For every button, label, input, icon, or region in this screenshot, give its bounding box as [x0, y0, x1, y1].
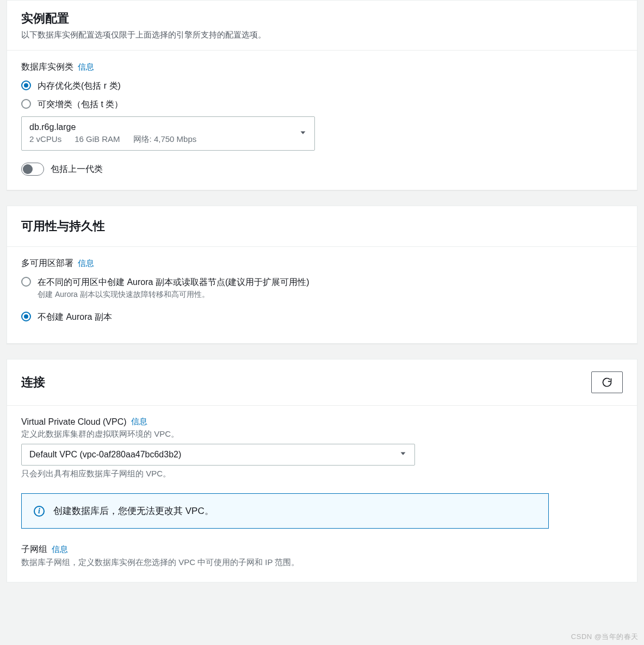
connection-title: 连接: [21, 374, 45, 390]
connection-panel: 连接 Virtual Private Cloud (VPC) 信息 定义此数据库…: [7, 359, 637, 582]
multi-az-info-link[interactable]: 信息: [78, 258, 94, 269]
instance-type-select[interactable]: db.r6g.large 2 vCPUs 16 GiB RAM 网络: 4,75…: [21, 116, 315, 151]
include-previous-gen-label: 包括上一代类: [51, 164, 103, 175]
caret-down-icon: [399, 450, 407, 460]
availability-header: 可用性与持久性: [7, 206, 637, 247]
instance-config-subtitle: 以下数据库实例配置选项仅限于上面选择的引擎所支持的配置选项。: [21, 30, 623, 40]
instance-config-body: 数据库实例类 信息 内存优化类(包括 r 类) 可突增类（包括 t 类） db.…: [7, 51, 637, 190]
radio-create-replica-label: 在不同的可用区中创建 Aurora 副本或读取器节点(建议用于扩展可用性): [38, 276, 309, 289]
vpc-label-text: Virtual Private Cloud (VPC): [21, 417, 127, 427]
multi-az-label: 多可用区部署 信息: [21, 258, 623, 269]
caret-down-icon: [299, 129, 307, 139]
vpc-desc: 定义此数据库集群的虚拟联网环境的 VPC。: [21, 429, 623, 439]
radio-icon: [21, 312, 31, 321]
instance-config-title: 实例配置: [21, 10, 623, 27]
radio-create-replica-desc: 创建 Aurora 副本以实现快速故障转移和高可用性。: [38, 290, 623, 300]
subnet-label: 子网组 信息: [21, 544, 623, 555]
subnet-info-link[interactable]: 信息: [52, 544, 68, 555]
connection-body: Virtual Private Cloud (VPC) 信息 定义此数据库集群的…: [7, 406, 637, 582]
radio-no-replica-label: 不创建 Aurora 副本: [38, 311, 112, 324]
availability-panel: 可用性与持久性 多可用区部署 信息 在不同的可用区中创建 Aurora 副本或读…: [7, 206, 637, 344]
refresh-icon: [602, 377, 612, 388]
radio-icon: [21, 99, 31, 109]
connection-header: 连接: [7, 359, 637, 406]
instance-type-specs: 2 vCPUs 16 GiB RAM 网络: 4,750 Mbps: [29, 134, 293, 145]
instance-config-header: 实例配置 以下数据库实例配置选项仅限于上面选择的引擎所支持的配置选项。: [7, 1, 637, 51]
radio-memory-optimized[interactable]: 内存优化类(包括 r 类): [21, 79, 623, 92]
db-instance-class-info-link[interactable]: 信息: [78, 62, 94, 72]
vpc-notice: i 创建数据库后，您便无法更改其 VPC。: [21, 493, 549, 529]
vpc-info-link[interactable]: 信息: [131, 417, 147, 427]
db-instance-class-text: 数据库实例类: [21, 61, 73, 73]
radio-burstable[interactable]: 可突增类（包括 t 类）: [21, 98, 623, 111]
multi-az-text: 多可用区部署: [21, 258, 73, 269]
db-instance-class-label: 数据库实例类 信息: [21, 61, 623, 73]
subnet-desc: 数据库子网组，定义数据库实例在您选择的 VPC 中可使用的子网和 IP 范围。: [21, 557, 623, 568]
toggle-knob-icon: [23, 164, 33, 174]
info-icon: i: [34, 506, 45, 517]
vpc-notice-text: 创建数据库后，您便无法更改其 VPC。: [53, 505, 214, 517]
radio-icon: [21, 277, 31, 287]
refresh-button[interactable]: [591, 371, 623, 393]
availability-title: 可用性与持久性: [21, 218, 623, 234]
availability-body: 多可用区部署 信息 在不同的可用区中创建 Aurora 副本或读取器节点(建议用…: [7, 247, 637, 343]
include-previous-gen-toggle[interactable]: [21, 163, 44, 176]
radio-memory-label: 内存优化类(包括 r 类): [38, 79, 121, 92]
vpc-hint: 只会列出具有相应数据库子网组的 VPC。: [21, 469, 623, 479]
radio-no-replica[interactable]: 不创建 Aurora 副本: [21, 311, 623, 324]
radio-icon: [21, 80, 31, 90]
instance-vcpu: 2 vCPUs: [29, 134, 61, 145]
vpc-select[interactable]: Default VPC (vpc-0af280aa47bc6d3b2): [21, 444, 415, 466]
radio-create-replica[interactable]: 在不同的可用区中创建 Aurora 副本或读取器节点(建议用于扩展可用性): [21, 276, 623, 289]
subnet-block: 子网组 信息 数据库子网组，定义数据库实例在您选择的 VPC 中可使用的子网和 …: [21, 544, 623, 568]
instance-ram: 16 GiB RAM: [75, 134, 120, 145]
instance-type-name: db.r6g.large: [29, 122, 293, 132]
include-previous-gen-toggle-row: 包括上一代类: [21, 163, 623, 176]
instance-network: 网络: 4,750 Mbps: [133, 134, 197, 145]
vpc-select-value: Default VPC (vpc-0af280aa47bc6d3b2): [29, 450, 181, 459]
vpc-label: Virtual Private Cloud (VPC) 信息: [21, 417, 623, 427]
instance-config-panel: 实例配置 以下数据库实例配置选项仅限于上面选择的引擎所支持的配置选项。 数据库实…: [7, 0, 637, 190]
radio-burstable-label: 可突增类（包括 t 类）: [38, 98, 123, 111]
subnet-label-text: 子网组: [21, 544, 47, 555]
